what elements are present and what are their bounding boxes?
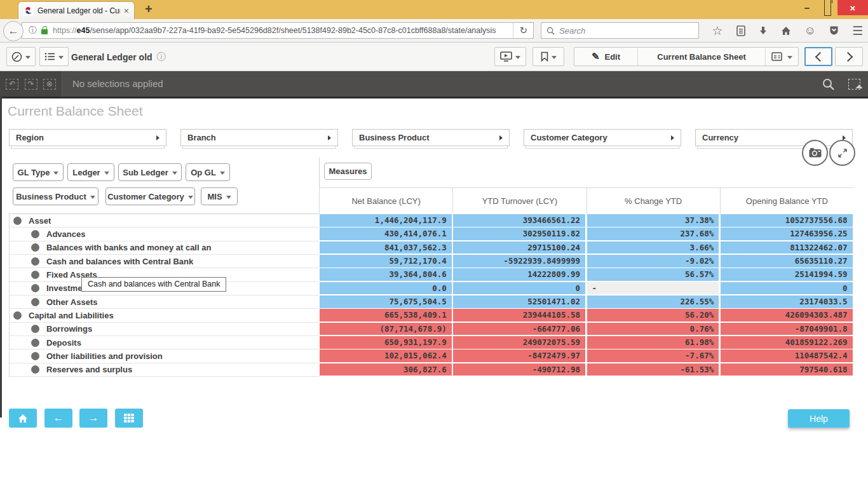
value-cell[interactable]: 75,675,504.5 [320,295,452,308]
value-cell[interactable]: 65635110.27 [721,255,853,268]
row-label-cell[interactable]: Advances [9,227,319,241]
filter-currency[interactable]: Currency [695,129,853,146]
value-cell[interactable]: -490712.98 [453,363,585,376]
value-cell[interactable]: 56.20% [587,309,719,322]
row-label-cell[interactable]: Other Assets [9,295,319,309]
row-label-cell[interactable]: Borrowings [9,323,319,336]
window-restore-button[interactable] [817,0,837,15]
expand-icon[interactable] [31,298,39,306]
nav-previous-button[interactable]: ← [44,409,72,428]
value-cell[interactable]: -9.02% [587,255,719,268]
value-cell[interactable]: -8472479.97 [453,349,585,362]
column-header[interactable]: Net Balance (LCY) [320,188,453,214]
value-cell[interactable]: 306,827.6 [320,363,452,376]
row-label-cell[interactable]: Cash and balances with Central Bank [9,255,319,268]
column-header[interactable]: Opening Balance YTD [721,188,853,214]
value-cell[interactable]: 650,931,197.9 [320,336,452,349]
edit-button[interactable]: ✎ Edit [574,48,638,65]
filter-business-product[interactable]: Business Product [352,129,510,146]
dimension-button-ledger[interactable]: Ledger [67,163,114,181]
value-cell[interactable]: 302950119.82 [453,227,585,240]
value-cell[interactable]: 841,037,562.3 [320,241,452,254]
value-cell[interactable]: 25141994.59 [721,268,853,281]
step-back-selection-icon[interactable]: ↶ [6,79,18,90]
column-header[interactable]: % Change YTD [587,188,721,214]
search-input[interactable]: Search [541,22,699,39]
value-cell[interactable]: 37.38% [587,214,719,227]
value-cell[interactable]: -61.53% [587,363,719,376]
smart-search-icon[interactable] [822,78,834,90]
help-button[interactable]: Help [788,409,850,428]
value-cell[interactable]: -664777.06 [453,323,585,336]
value-cell[interactable]: 56.57% [587,268,719,281]
snapshot-button[interactable] [802,140,828,166]
value-cell[interactable]: 110487542.4 [721,349,853,362]
menu-hamburger-icon[interactable]: ☰ [852,25,863,36]
collapse-icon[interactable] [13,311,22,320]
row-label-cell[interactable]: Deposits [9,336,319,349]
url-bar[interactable]: ⓘ https://e45/sense/app/032aa9b7-227a-41… [22,22,534,39]
new-tab-button[interactable]: + [145,2,153,17]
value-cell[interactable]: 393466561.22 [453,214,585,227]
tab-close-icon[interactable]: × [124,6,129,15]
value-cell[interactable]: 39,364,804.6 [320,268,452,281]
storytelling-button[interactable] [494,47,526,66]
info-icon[interactable]: ⓘ [157,51,166,63]
expand-icon[interactable] [31,271,39,279]
value-cell[interactable]: -87049901.8 [721,323,853,336]
expand-icon[interactable] [31,243,39,252]
value-cell[interactable]: 59,712,170.4 [320,255,452,268]
measures-button[interactable]: Measures [324,163,372,180]
value-cell[interactable]: 102,015,062.4 [320,349,452,362]
app-overview-button[interactable] [39,47,69,66]
value-cell[interactable]: 52501471.02 [453,295,585,308]
value-cell[interactable]: 430,414,076.1 [320,227,452,240]
value-cell[interactable]: 29715100.24 [453,241,585,254]
row-label-cell[interactable]: Asset [9,214,319,227]
value-cell[interactable]: 23174033.5 [721,295,853,308]
pocket-shield-icon[interactable] [829,25,839,36]
value-cell[interactable]: -7.67% [587,349,719,362]
reload-button[interactable]: ↻ [513,23,533,38]
value-cell[interactable]: 239444105.58 [453,309,585,322]
expand-icon[interactable] [31,257,39,266]
nav-next-button[interactable]: → [79,409,107,428]
previous-sheet-button[interactable] [804,47,832,66]
reading-list-icon[interactable] [736,25,745,36]
value-cell[interactable]: 0 [721,282,853,295]
home-icon[interactable] [781,26,791,36]
value-cell[interactable]: 14222809.99 [453,268,585,281]
value-cell[interactable]: 0.0 [320,282,452,295]
value-cell[interactable]: 0 [453,282,585,295]
value-cell[interactable]: 811322462.07 [721,241,853,254]
value-cell[interactable]: 61.98% [587,336,719,349]
value-cell[interactable]: 401859122.269 [721,336,853,349]
expand-icon[interactable] [31,325,39,333]
value-cell[interactable]: 237.68% [587,227,719,240]
column-header[interactable]: YTD Turnover (LCY) [453,188,587,214]
navigation-menu-button[interactable] [6,47,36,66]
value-cell[interactable]: -5922939.8499999 [453,255,585,268]
selection-lasso-icon[interactable] [848,79,860,90]
row-label-cell[interactable]: Other liabilities and provision [9,349,319,363]
back-button[interactable]: ← [3,21,24,41]
bookmarks-button[interactable] [532,47,564,66]
next-sheet-button[interactable] [835,47,863,66]
page-info-icon[interactable]: ⓘ [29,25,37,36]
expand-icon[interactable] [31,284,39,292]
dimension-button-gl-type[interactable]: GL Type [13,163,64,181]
downloads-icon[interactable] [759,26,768,36]
dimension-button-customer-category[interactable]: Customer Category [105,187,195,205]
feedback-smiley-icon[interactable]: ☺ [804,25,816,36]
value-cell[interactable]: 797540.618 [721,363,853,376]
browser-tab[interactable]: General Ledger old - Curre... × [18,1,135,19]
filter-region[interactable]: Region [9,129,166,146]
window-close-button[interactable]: × [837,0,868,15]
value-cell[interactable]: 127463956.25 [721,227,853,240]
window-minimize-button[interactable]: − [797,0,817,15]
clear-selections-icon[interactable]: ⊗ [43,79,56,90]
dimension-button-sub-ledger[interactable]: Sub Ledger [118,163,182,181]
value-cell[interactable]: (87,714,678.9) [320,323,452,336]
row-label-cell[interactable]: Reserves and surplus [9,363,319,377]
dimension-button-op-gl[interactable]: Op GL [186,163,230,181]
